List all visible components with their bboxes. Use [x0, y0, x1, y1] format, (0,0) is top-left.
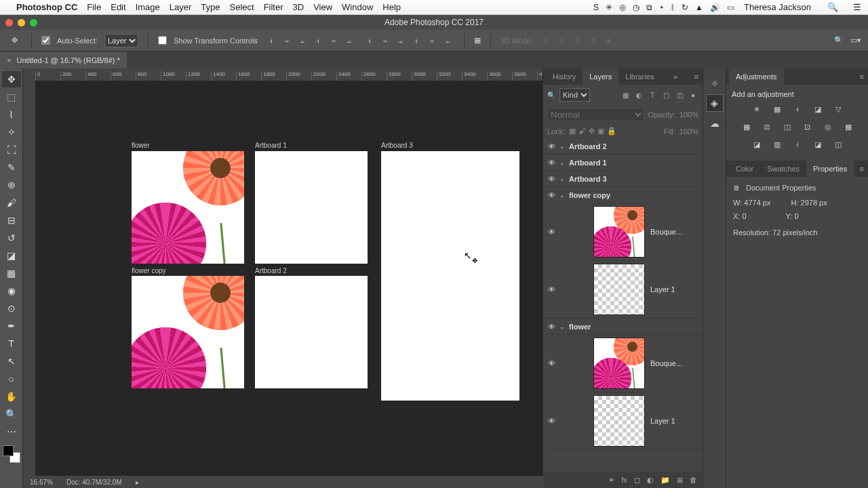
lock-artboard-icon[interactable]: ▣ [597, 127, 604, 136]
status-icon[interactable]: ▲ [695, 3, 703, 12]
hand-tool[interactable]: ✋ [2, 388, 21, 405]
group-icon[interactable]: 📁 [660, 476, 670, 485]
align-icon[interactable]: ⫞ [264, 34, 278, 47]
fill-value[interactable]: 100% [679, 127, 698, 136]
dock-layers-icon[interactable]: ◈ [706, 94, 724, 112]
artboard-label[interactable]: Artboard 1 [255, 142, 287, 149]
posterize-icon[interactable]: ▥ [770, 138, 785, 151]
layer-layer1-copy[interactable]: 👁 Layer 1 [543, 261, 703, 319]
bw-icon[interactable]: ◫ [780, 120, 795, 134]
panel-menu-icon[interactable]: ≡ [856, 165, 868, 173]
filter-smart-icon[interactable]: ◫ [674, 89, 685, 100]
filter-pixel-icon[interactable]: ▦ [620, 89, 631, 100]
auto-select-checkbox[interactable] [41, 36, 50, 45]
artboard-1[interactable] [255, 151, 368, 264]
distribute-icon[interactable]: ⫠ [394, 34, 408, 47]
align-icon[interactable]: ⫠ [296, 34, 309, 47]
menu-edit[interactable]: Edit [111, 2, 125, 12]
menu-image[interactable]: Image [136, 2, 160, 12]
lock-position-icon[interactable]: ✥ [589, 127, 595, 136]
gradient-tool[interactable]: ▦ [2, 265, 21, 281]
artboard-flower[interactable] [132, 151, 244, 264]
wifi-icon[interactable]: ⧙ [671, 3, 675, 12]
caret-icon[interactable]: ⌄ [559, 176, 569, 182]
menu-select[interactable]: Select [229, 2, 254, 12]
tab-layers[interactable]: Layers [583, 68, 618, 85]
delete-icon[interactable]: 🗑 [690, 476, 697, 484]
menu-3d[interactable]: 3D [293, 2, 304, 12]
search-icon[interactable]: 🔍 [834, 36, 844, 45]
align-icon[interactable]: ⫞ [311, 34, 325, 47]
new-layer-icon[interactable]: ⊞ [677, 476, 683, 485]
layer-bouque-copy[interactable]: 👁 Bouque... [543, 203, 703, 261]
menu-filter[interactable]: Filter [264, 2, 283, 12]
lock-pixels-icon[interactable]: 🖌 [578, 127, 586, 136]
dock-cc-icon[interactable]: ☁ [706, 115, 724, 132]
layer-row-flower[interactable]: 👁 ⌄ flower [543, 319, 703, 335]
mask-icon[interactable]: ◻ [634, 476, 640, 485]
eraser-tool[interactable]: ◪ [2, 247, 21, 264]
status-icon[interactable]: ◎ [619, 3, 626, 12]
tab-properties[interactable]: Properties [806, 161, 854, 177]
spotlight-icon[interactable]: 🔍 [827, 2, 838, 12]
lookup-icon[interactable]: ▦ [841, 120, 856, 134]
caret-icon[interactable]: ⌄ [559, 143, 569, 150]
adjustment-icon[interactable]: ◐ [647, 476, 654, 485]
blur-tool[interactable]: ◉ [2, 283, 21, 299]
align-icon[interactable]: ⫠ [342, 34, 356, 47]
visibility-icon[interactable]: 👁 [543, 323, 559, 331]
tab-color[interactable]: Color [729, 161, 760, 177]
menu-view[interactable]: View [313, 2, 332, 12]
distribute-icon[interactable]: ⫟ [425, 34, 439, 47]
timemachine-icon[interactable]: ↻ [682, 3, 688, 12]
shape-tool[interactable]: ○ [2, 371, 21, 387]
invert-icon[interactable]: ◪ [749, 138, 764, 151]
artboard-flower-copy[interactable] [132, 276, 244, 388]
layer-row-flower-copy[interactable]: 👁 ⌄ flower copy [543, 187, 703, 203]
app-name[interactable]: Photoshop CC [16, 2, 77, 12]
visibility-icon[interactable]: 👁 [543, 228, 559, 236]
eyedropper-tool[interactable]: ✎ [2, 159, 21, 176]
lasso-tool[interactable]: ⌇ [2, 106, 21, 123]
menu-file[interactable]: File [87, 2, 101, 12]
visibility-icon[interactable]: 👁 [543, 359, 559, 367]
stamp-tool[interactable]: ⊟ [2, 212, 21, 228]
workspace-switcher-icon[interactable]: ▭▾ [850, 36, 861, 45]
show-transform-checkbox[interactable] [158, 36, 167, 45]
artboard-label[interactable]: Artboard 3 [381, 142, 413, 149]
visibility-icon[interactable]: 👁 [543, 159, 559, 167]
brightness-icon[interactable]: ☀ [749, 102, 764, 116]
close-tab-icon[interactable]: × [7, 56, 11, 64]
dodge-tool[interactable]: ⊙ [2, 300, 21, 317]
tab-history[interactable]: History [546, 68, 583, 85]
magic-wand-tool[interactable]: ✧ [2, 124, 21, 140]
doc-size[interactable]: Doc: 40.7M/32.0M [66, 479, 122, 486]
artboard-label[interactable]: flower [132, 142, 150, 149]
distribute-icon[interactable]: ⫞ [410, 34, 423, 47]
tab-adjustments[interactable]: Adjustments [729, 68, 784, 85]
path-select-tool[interactable]: ↖ [2, 353, 21, 369]
menu-window[interactable]: Window [342, 2, 373, 12]
fx-icon[interactable]: fx [621, 476, 627, 484]
levels-icon[interactable]: ▦ [770, 102, 785, 116]
move-tool[interactable]: ✥ [2, 71, 21, 87]
blend-mode-select[interactable]: Normal [547, 108, 644, 121]
status-icon[interactable]: S [593, 3, 599, 12]
edit-toolbar[interactable]: ⋯ [2, 424, 21, 440]
distribute-icon[interactable]: ⫠ [441, 34, 454, 47]
exposure-icon[interactable]: ◪ [810, 102, 825, 116]
artboard-2[interactable] [255, 276, 368, 388]
menu-type[interactable]: Type [201, 2, 220, 12]
dock-tool-presets-icon[interactable]: ⟐ [706, 74, 724, 92]
status-caret-icon[interactable]: ▸ [136, 479, 139, 486]
artboard-label[interactable]: flower copy [132, 267, 166, 274]
visibility-icon[interactable]: 👁 [543, 175, 559, 183]
caret-icon[interactable]: ⌄ [559, 323, 569, 330]
panel-menu-icon[interactable]: ≡ [856, 73, 868, 81]
auto-select-target[interactable]: Layer [104, 34, 138, 47]
distribute-icon[interactable]: ⫞ [363, 34, 376, 47]
artboard-label[interactable]: Artboard 2 [255, 267, 287, 274]
artboard-3[interactable] [381, 151, 519, 401]
canvas-area[interactable]: 0200400600800100012001400160018002000220… [23, 68, 542, 488]
layer-layer1[interactable]: 👁 Layer 1 [543, 392, 703, 450]
